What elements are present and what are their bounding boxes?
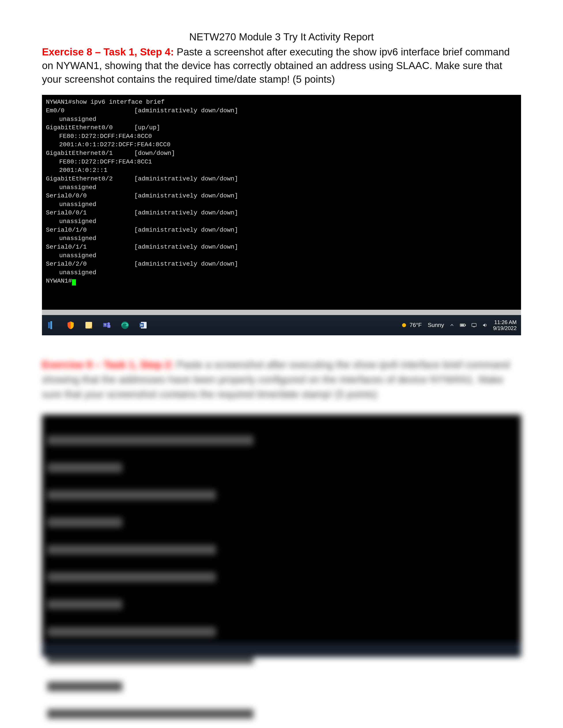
svg-rect-15	[472, 323, 476, 326]
volume-icon[interactable]	[482, 322, 488, 328]
edge-browser-icon[interactable]	[120, 320, 130, 330]
taskbar-date: 9/19/2022	[493, 325, 517, 331]
svg-rect-1	[50, 321, 52, 329]
taskbar-time: 11:26 AM	[493, 319, 517, 325]
svg-rect-16	[473, 326, 475, 327]
terminal-output-blurred	[42, 415, 521, 644]
network-icon[interactable]	[471, 322, 477, 328]
weather-temp: 76°F	[410, 321, 422, 329]
teams-icon[interactable]: T	[102, 320, 112, 330]
svg-rect-6	[107, 325, 110, 328]
svg-rect-0	[48, 322, 50, 328]
terminal-blank-area	[46, 301, 517, 310]
svg-text:T: T	[104, 323, 106, 327]
svg-point-11	[402, 323, 406, 327]
taskbar-right: 76°F Sunny 11:26 AM 9/19/2022	[401, 319, 517, 331]
svg-rect-14	[461, 324, 464, 326]
windows-taskbar[interactable]: T W 76°F Sunny	[42, 315, 521, 335]
exercise9-label: Exercise 9 – Task 1, Step 2:	[42, 359, 174, 370]
weather-widget[interactable]: 76°F Sunny	[401, 320, 444, 330]
taskbar-blurred	[42, 644, 521, 657]
battery-icon[interactable]	[460, 322, 466, 328]
exercise8-prompt: Exercise 8 – Task 1, Step 4: Paste a scr…	[42, 45, 521, 86]
taskbar-start-edge-icon[interactable]	[47, 320, 58, 330]
security-shield-icon[interactable]	[65, 320, 76, 330]
sticky-notes-icon[interactable]	[83, 320, 94, 330]
taskbar-left: T W	[42, 320, 148, 330]
svg-text:W: W	[140, 323, 143, 327]
taskbar-clock[interactable]: 11:26 AM 9/19/2022	[493, 319, 517, 331]
document-page: NETW270 Module 3 Try It Activity Report …	[0, 0, 563, 728]
svg-rect-13	[465, 325, 466, 326]
weather-cond: Sunny	[428, 321, 444, 329]
page-title: NETW270 Module 3 Try It Activity Report	[42, 31, 521, 43]
nywan1-screenshot: NYWAN1#show ipv6 interface briefEm0/0[ad…	[42, 95, 521, 335]
exercise8-label: Exercise 8 – Task 1, Step 4:	[42, 46, 174, 58]
window-divider	[42, 310, 521, 315]
terminal-output: NYWAN1#show ipv6 interface briefEm0/0[ad…	[46, 98, 517, 301]
word-icon[interactable]: W	[138, 320, 148, 330]
tray-chevron-up-icon[interactable]	[449, 322, 455, 328]
exercise9-prompt-blurred: Exercise 9 – Task 1, Step 2: Paste a scr…	[42, 357, 521, 402]
svg-point-5	[107, 322, 110, 325]
screenshot2-blurred	[42, 415, 521, 657]
